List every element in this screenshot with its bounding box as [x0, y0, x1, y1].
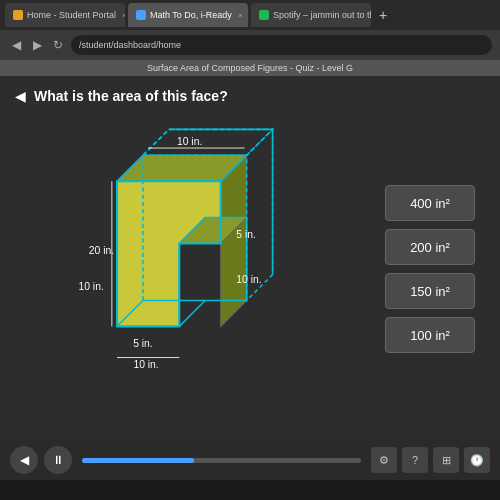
- address-bar: ◀ ▶ ↻ /student/dashboard/home: [0, 30, 500, 60]
- svg-text:5 in.: 5 in.: [236, 229, 256, 240]
- tab-label-home: Home - Student Portal: [27, 10, 116, 20]
- grid-icon[interactable]: ⊞: [433, 447, 459, 473]
- back-button[interactable]: ◀: [8, 38, 24, 52]
- svg-marker-5: [143, 129, 273, 155]
- bottom-left-controls: ◀ ⏸: [10, 446, 72, 474]
- tab-iready[interactable]: Math To Do, i-Ready ×: [128, 3, 248, 27]
- bottom-toolbar: ◀ ⏸ ⚙ ? ⊞ 🕐: [0, 440, 500, 480]
- url-text: /student/dashboard/home: [79, 40, 181, 50]
- tab-home[interactable]: Home - Student Portal ×: [5, 3, 125, 27]
- back-nav-button[interactable]: ◀: [10, 446, 38, 474]
- settings-icon[interactable]: ⚙: [371, 447, 397, 473]
- question-row: ◀ What is the area of this face?: [15, 88, 485, 104]
- answer-label-150: 150 in²: [410, 284, 450, 299]
- svg-text:20 in.: 20 in.: [89, 245, 114, 256]
- pause-button[interactable]: ⏸: [44, 446, 72, 474]
- answer-btn-100[interactable]: 100 in²: [385, 317, 475, 353]
- url-input[interactable]: /student/dashboard/home: [71, 35, 492, 55]
- refresh-button[interactable]: ↻: [50, 38, 66, 52]
- question-text: What is the area of this face?: [34, 88, 228, 104]
- tab-close-home[interactable]: ×: [122, 11, 125, 20]
- tab-bar: Home - Student Portal × Math To Do, i-Re…: [0, 0, 500, 30]
- tab-label-spotify: Spotify – jammin out to this: [273, 10, 371, 20]
- answer-buttons: 400 in² 200 in² 150 in² 100 in²: [385, 119, 475, 399]
- answer-btn-400[interactable]: 400 in²: [385, 185, 475, 221]
- progress-fill: [82, 458, 194, 463]
- add-tab-button[interactable]: +: [374, 7, 392, 23]
- tab-favicon-iready: [136, 10, 146, 20]
- answer-btn-200[interactable]: 200 in²: [385, 229, 475, 265]
- progress-bar: [82, 458, 361, 463]
- svg-text:10 in.: 10 in.: [177, 136, 202, 147]
- tab-favicon-home: [13, 10, 23, 20]
- help-icon[interactable]: ?: [402, 447, 428, 473]
- tab-favicon-spotify: [259, 10, 269, 20]
- bottom-right-controls: ⚙ ? ⊞ 🕐: [371, 447, 490, 473]
- tab-label-iready: Math To Do, i-Ready: [150, 10, 232, 20]
- answer-label-200: 200 in²: [410, 240, 450, 255]
- page-title: Surface Area of Composed Figures - Quiz …: [147, 63, 353, 73]
- main-content: 10 in. 20 in. 5 in. 10 in. 10 in. 5 in. …: [15, 119, 485, 399]
- svg-line-7: [143, 129, 169, 155]
- svg-text:5 in.: 5 in.: [133, 338, 153, 349]
- svg-text:10 in.: 10 in.: [236, 274, 261, 285]
- tab-close-iready[interactable]: ×: [238, 11, 243, 20]
- svg-line-17: [179, 300, 205, 326]
- speaker-icon[interactable]: ◀: [15, 88, 26, 104]
- figure-area: 10 in. 20 in. 5 in. 10 in. 10 in. 5 in. …: [25, 119, 375, 399]
- svg-text:10 in.: 10 in.: [133, 359, 158, 370]
- quiz-area: ◀ What is the area of this face?: [0, 76, 500, 411]
- browser-chrome: Home - Student Portal × Math To Do, i-Re…: [0, 0, 500, 60]
- forward-button[interactable]: ▶: [29, 38, 45, 52]
- answer-btn-150[interactable]: 150 in²: [385, 273, 475, 309]
- svg-marker-0: [117, 181, 221, 326]
- clock-icon[interactable]: 🕐: [464, 447, 490, 473]
- tab-spotify[interactable]: Spotify – jammin out to this ×: [251, 3, 371, 27]
- figure-svg: 10 in. 20 in. 5 in. 10 in. 10 in. 5 in. …: [25, 119, 375, 399]
- page-title-bar: Surface Area of Composed Figures - Quiz …: [0, 60, 500, 76]
- answer-label-100: 100 in²: [410, 328, 450, 343]
- page-content: Surface Area of Composed Figures - Quiz …: [0, 60, 500, 480]
- answer-label-400: 400 in²: [410, 196, 450, 211]
- svg-text:10 in.: 10 in.: [78, 281, 103, 292]
